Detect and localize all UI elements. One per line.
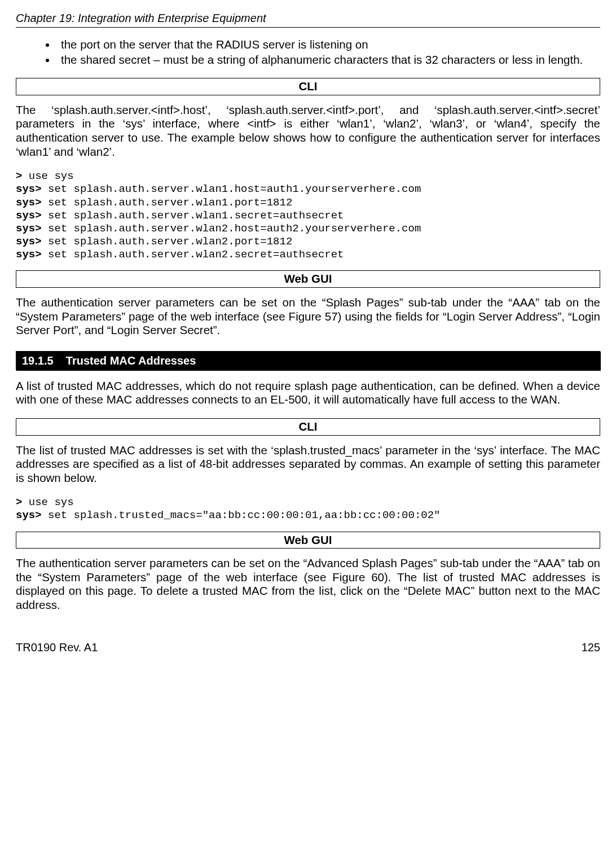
cli-prompt: sys> (16, 235, 42, 248)
page-footer: TR0190 Rev. A1 125 (16, 641, 600, 654)
cli-heading-box: CLI (16, 78, 600, 95)
cli-command: set splash.auth.server.wlan1.port=1812 (42, 196, 293, 209)
cli-command: set splash.auth.server.wlan2.port=1812 (42, 235, 293, 248)
list-item: the port on the server that the RADIUS s… (56, 38, 600, 52)
body-paragraph: The authentication server parameters can… (16, 556, 600, 612)
header-rule (16, 27, 600, 28)
cli-prompt: sys> (16, 183, 42, 195)
section-title: Trusted MAC Addresses (66, 354, 196, 367)
body-paragraph: A list of trusted MAC addresses, which d… (16, 379, 600, 407)
webgui-heading-box: Web GUI (16, 270, 600, 288)
cli-prompt: sys> (16, 509, 42, 521)
cli-prompt: > (16, 496, 22, 508)
page-number: 125 (582, 641, 600, 654)
cli-command: set splash.auth.server.wlan1.host=auth1.… (42, 183, 421, 195)
body-paragraph: The ‘splash.auth.server.<intf>.host’, ‘s… (16, 103, 600, 159)
cli-command: use sys (22, 496, 73, 508)
cli-prompt: > (16, 170, 22, 182)
page-header: Chapter 19: Integration with Enterprise … (16, 11, 600, 25)
cli-prompt: sys> (16, 196, 42, 209)
cli-command: set splash.auth.server.wlan2.secret=auth… (42, 248, 344, 261)
cli-command: set splash.auth.server.wlan2.host=auth2.… (42, 222, 421, 235)
body-paragraph: The list of trusted MAC addresses is set… (16, 444, 600, 485)
cli-command: set splash.auth.server.wlan1.secret=auth… (42, 209, 344, 222)
cli-prompt: sys> (16, 222, 42, 235)
section-number: 19.1.5 (22, 354, 54, 367)
section-heading: 19.1.5 Trusted MAC Addresses (16, 351, 600, 370)
body-paragraph: The authentication server parameters can… (16, 296, 600, 337)
cli-heading-box: CLI (16, 418, 600, 436)
cli-command: set splash.trusted_macs="aa:bb:cc:00:00:… (42, 509, 441, 521)
chapter-title: Chapter 19: Integration with Enterprise … (16, 11, 266, 25)
cli-prompt: sys> (16, 248, 42, 261)
cli-prompt: sys> (16, 209, 42, 222)
footer-left: TR0190 Rev. A1 (16, 641, 98, 654)
cli-code-block: > use sys sys> set splash.trusted_macs="… (16, 496, 600, 522)
webgui-heading-box: Web GUI (16, 532, 600, 549)
list-item: the shared secret – must be a string of … (56, 53, 600, 67)
cli-command: use sys (22, 170, 73, 182)
cli-code-block: > use sys sys> set splash.auth.server.wl… (16, 170, 600, 261)
bullet-list: the port on the server that the RADIUS s… (16, 38, 600, 67)
